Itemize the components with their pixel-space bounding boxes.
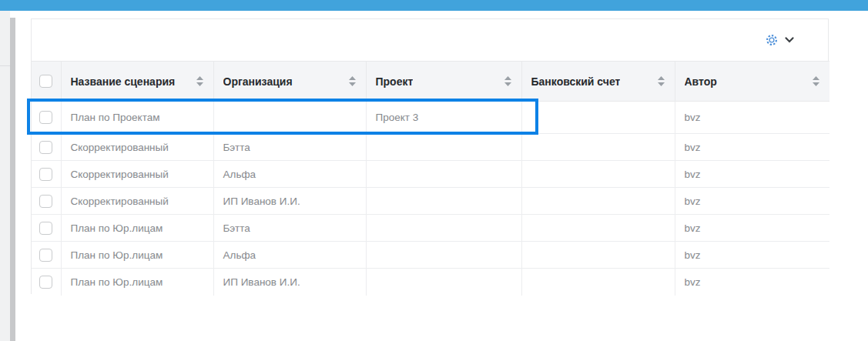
table-row[interactable]: СкорректированныйИП Иванов И.И.bvz xyxy=(32,188,829,215)
sort-icon[interactable] xyxy=(196,76,203,86)
row-checkbox-cell xyxy=(32,269,61,296)
cell-author: bvz xyxy=(675,161,829,188)
column-label: Организация xyxy=(223,75,293,88)
vertical-scrollbar[interactable] xyxy=(10,18,15,341)
column-header-account[interactable]: Банковский счет xyxy=(521,62,675,102)
row-checkbox-cell xyxy=(32,188,61,215)
cell-org: ИП Иванов И.И. xyxy=(213,188,366,215)
cell-author: bvz xyxy=(675,102,829,134)
cell-account xyxy=(521,215,675,242)
column-header-name[interactable]: Название сценария xyxy=(61,62,213,102)
row-checkbox[interactable] xyxy=(39,111,52,124)
cell-account xyxy=(521,161,675,188)
row-checkbox-cell xyxy=(32,215,61,242)
row-checkbox-cell xyxy=(32,134,61,161)
row-checkbox-cell xyxy=(32,161,61,188)
cell-name: Скорректированный xyxy=(61,134,213,161)
sort-icon[interactable] xyxy=(658,76,665,86)
cell-org: ИП Иванов И.И. xyxy=(213,269,366,296)
cell-org: Бэтта xyxy=(213,134,366,161)
top-navigation-bar xyxy=(0,0,868,11)
table-row[interactable]: СкорректированныйАльфаbvz xyxy=(32,161,829,188)
sidebar-edge xyxy=(0,11,10,341)
column-header-org[interactable]: Организация xyxy=(213,62,366,102)
table-row[interactable]: План по Юр.лицамАльфаbvz xyxy=(32,242,829,269)
cell-project xyxy=(366,161,521,188)
cell-project xyxy=(366,242,521,269)
sort-icon[interactable] xyxy=(504,76,511,86)
column-label: Банковский счет xyxy=(531,75,621,88)
column-header-project[interactable]: Проект xyxy=(366,62,521,102)
column-label: Автор xyxy=(685,75,717,88)
sort-icon[interactable] xyxy=(349,76,356,86)
row-checkbox[interactable] xyxy=(39,168,52,181)
column-label: Проект xyxy=(376,75,414,88)
row-checkbox-cell xyxy=(32,102,61,134)
cell-name: План по Юр.лицам xyxy=(61,242,213,269)
cell-name: Скорректированный xyxy=(61,188,213,215)
cell-name: План по Проектам xyxy=(61,102,213,134)
row-checkbox-cell xyxy=(32,242,61,269)
cell-author: bvz xyxy=(675,269,829,296)
table-header-row: Название сценарияОрганизацияПроектБанков… xyxy=(32,62,829,102)
table-toolbar xyxy=(32,19,828,61)
cell-account xyxy=(521,269,675,296)
cell-name: Скорректированный xyxy=(61,161,213,188)
cell-author: bvz xyxy=(675,215,829,242)
cell-project xyxy=(366,215,521,242)
cell-project xyxy=(366,188,521,215)
table-row[interactable]: План по Юр.лицамИП Иванов И.И.bvz xyxy=(32,269,829,296)
select-all-header xyxy=(32,62,61,102)
row-checkbox[interactable] xyxy=(39,249,52,262)
sidebar-divider xyxy=(0,65,10,66)
gear-icon[interactable] xyxy=(766,34,778,46)
scenario-table-card: Название сценарияОрганизацияПроектБанков… xyxy=(31,18,829,294)
cell-account xyxy=(521,102,675,134)
cell-author: bvz xyxy=(675,134,829,161)
cell-org: Бэтта xyxy=(213,215,366,242)
chevron-down-icon[interactable] xyxy=(785,37,794,43)
column-header-author[interactable]: Автор xyxy=(675,62,829,102)
cell-name: План по Юр.лицам xyxy=(61,215,213,242)
app-canvas: { "toolbar": { "gear_icon": "table-setti… xyxy=(0,0,868,341)
scenario-table: Название сценарияОрганизацияПроектБанков… xyxy=(32,61,829,296)
sort-icon[interactable] xyxy=(813,76,819,86)
column-label: Название сценария xyxy=(71,75,176,88)
cell-project xyxy=(366,134,521,161)
row-checkbox[interactable] xyxy=(39,195,52,208)
cell-author: bvz xyxy=(675,242,829,269)
table-row[interactable]: План по Юр.лицамБэттаbvz xyxy=(32,215,829,242)
cell-account xyxy=(521,242,675,269)
cell-account xyxy=(521,188,675,215)
table-row[interactable]: СкорректированныйБэттаbvz xyxy=(32,134,829,161)
row-checkbox[interactable] xyxy=(39,222,52,235)
cell-org: Альфа xyxy=(213,161,366,188)
row-checkbox[interactable] xyxy=(39,276,52,289)
cell-project xyxy=(366,269,521,296)
cell-author: bvz xyxy=(675,188,829,215)
cell-org xyxy=(213,102,366,134)
cell-org: Альфа xyxy=(213,242,366,269)
cell-name: План по Юр.лицам xyxy=(61,269,213,296)
cell-project: Проект 3 xyxy=(366,102,521,134)
cell-account xyxy=(521,134,675,161)
row-checkbox[interactable] xyxy=(39,141,52,154)
select-all-checkbox[interactable] xyxy=(39,75,52,88)
table-row[interactable]: План по ПроектамПроект 3bvz xyxy=(32,102,829,134)
